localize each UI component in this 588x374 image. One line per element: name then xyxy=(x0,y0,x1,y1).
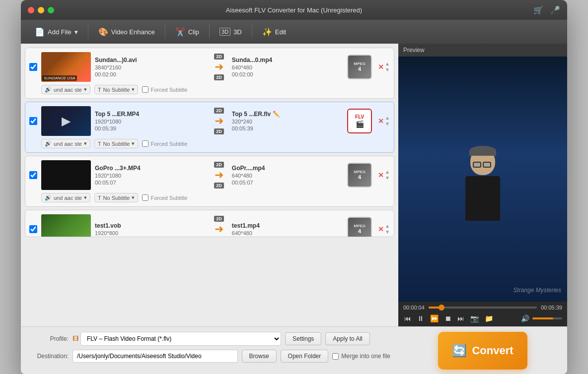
subtitle-select-2[interactable]: T No Subtitle ▾ xyxy=(94,139,139,148)
volume-fill xyxy=(532,317,553,319)
volume-track[interactable] xyxy=(532,317,562,319)
remove-btn-4[interactable]: ✕ xyxy=(378,225,384,233)
merge-checkbox[interactable] xyxy=(332,353,339,360)
format-badge-2[interactable]: FLV 🎬 xyxy=(347,109,372,133)
file-meta-dur-1: 00:02:00 xyxy=(95,71,206,77)
fast-forward-button[interactable]: ⏩ xyxy=(429,313,440,323)
file-details-1: Sundan...)0.avi 3840*2160 00:02:00 xyxy=(95,57,206,77)
file-item-bottom-1: 🔊 und aac ste ▾ T No Subtitle ▾ Forced S… xyxy=(29,85,390,94)
file-item-selected: Top 5 ...ER.MP4 1920*1080 00:05:39 2D ➜ … xyxy=(25,102,394,153)
format-badge-4[interactable]: MPEG 4 xyxy=(347,217,372,237)
preview-panel: Preview xyxy=(398,44,567,326)
profile-label: Profile: xyxy=(29,335,69,342)
audio-select-3[interactable]: 🔊 und aac ste ▾ xyxy=(41,193,90,202)
traffic-lights xyxy=(28,7,54,13)
remove-btn-1[interactable]: ✕ xyxy=(378,63,384,71)
file-name-1: Sundan...)0.avi xyxy=(95,57,206,63)
cart-icon[interactable]: 🛒 xyxy=(533,5,543,15)
audio-select-1[interactable]: 🔊 und aac ste ▾ xyxy=(41,85,90,94)
minimize-button[interactable] xyxy=(38,7,44,13)
down-btn-1[interactable]: ▼ xyxy=(385,67,390,72)
remove-btn-2[interactable]: ✕ xyxy=(378,117,384,125)
up-btn-3[interactable]: ▲ xyxy=(385,170,390,175)
file-thumbnail-2 xyxy=(41,106,91,136)
format-badge-3[interactable]: MPEG 4 xyxy=(347,163,372,187)
folder-button[interactable]: 📁 xyxy=(484,313,494,323)
output-details-2: Top 5 ...ER.flv ✏️ 320*240 00:05:39 xyxy=(232,111,343,131)
main-content: SUNDANCE USA Sundan...)0.avi 3840*2160 0… xyxy=(21,44,567,326)
convert-icon: 🔄 xyxy=(452,344,467,358)
maximize-button[interactable] xyxy=(48,7,54,13)
audio-select-2[interactable]: 🔊 und aac ste ▾ xyxy=(41,139,90,148)
browse-button[interactable]: Browse xyxy=(242,350,277,363)
file-item-4: test1.vob test1.vob 1920*800 2D ➜ 2D tes… xyxy=(25,210,394,237)
file-details-2: Top 5 ...ER.MP4 1920*1080 00:05:39 xyxy=(95,111,206,131)
clip-button[interactable]: ✂️ Clip xyxy=(169,24,205,40)
subtitle-select-1[interactable]: T No Subtitle ▾ xyxy=(94,85,139,94)
item-actions-4: ✕ ▲ ▼ xyxy=(376,224,390,235)
arrow-area-4: 2D ➜ 2D xyxy=(210,216,228,237)
audio-icon[interactable]: 🎤 xyxy=(550,5,560,15)
edit-button[interactable]: ✨ Edit xyxy=(256,24,292,40)
file-name-2: Top 5 ...ER.MP4 xyxy=(95,111,206,118)
forced-sub-checkbox-2[interactable] xyxy=(142,140,148,147)
destination-label: Destination: xyxy=(29,353,69,360)
close-button[interactable] xyxy=(28,7,34,13)
updown-4: ▲ ▼ xyxy=(385,224,390,235)
flv-icon: 🎞 xyxy=(73,335,78,342)
up-btn-1[interactable]: ▲ xyxy=(385,62,390,66)
skip-back-button[interactable]: ⏮ xyxy=(403,313,412,323)
forced-sub-checkbox-1[interactable] xyxy=(142,86,148,93)
down-btn-2[interactable]: ▼ xyxy=(385,122,390,126)
subtitle-dropdown-icon-2: ▾ xyxy=(132,140,135,147)
down-btn-4[interactable]: ▼ xyxy=(385,230,390,235)
output-res-1: 640*480 xyxy=(232,64,343,70)
down-btn-3[interactable]: ▼ xyxy=(385,176,390,181)
file-checkbox-4[interactable] xyxy=(29,225,37,233)
destination-input[interactable] xyxy=(73,350,238,363)
output-res-3: 640*480 xyxy=(232,173,343,179)
add-file-dropdown-icon: ▾ xyxy=(74,28,78,36)
settings-button[interactable]: Settings xyxy=(285,332,321,345)
preview-background: Strange Mysteries xyxy=(398,57,567,302)
add-file-button[interactable]: 📄 Add File ▾ xyxy=(29,24,84,40)
convert-label: Convert xyxy=(472,344,513,357)
up-btn-4[interactable]: ▲ xyxy=(385,224,390,229)
person-glasses xyxy=(473,162,493,168)
enhance-icon: 🎨 xyxy=(98,27,108,37)
profile-dropdown[interactable]: FLV – Flash Video Format (*.flv) xyxy=(80,332,281,346)
audio-icon-1: 🔊 xyxy=(45,86,52,93)
badge-2d-out-4: 2D xyxy=(214,237,224,237)
control-buttons: ⏮ ⏸ ⏩ ⏹ ⏭ 📷 📁 🔊 xyxy=(403,313,562,323)
profile-row: Profile: 🎞 FLV – Flash Video Format (*.f… xyxy=(29,332,390,346)
subtitle-select-3[interactable]: T No Subtitle ▾ xyxy=(94,193,139,202)
output-name-4: test1.mp4 xyxy=(232,222,343,229)
progress-thumb xyxy=(439,305,444,311)
convert-button[interactable]: 🔄 Convert xyxy=(438,332,527,370)
file-checkbox-1[interactable] xyxy=(29,63,37,71)
profile-select: 🎞 FLV – Flash Video Format (*.flv) xyxy=(73,332,281,346)
open-folder-button[interactable]: Open Folder xyxy=(281,350,329,363)
file-details-4: test1.vob 1920*800 xyxy=(95,222,206,236)
format-badge-1[interactable]: MPEG 4 xyxy=(347,55,372,79)
subtitle-icon-1: T xyxy=(98,87,101,93)
stop-button[interactable]: ⏹ xyxy=(443,313,452,323)
skip-forward-button[interactable]: ⏭ xyxy=(456,313,465,323)
up-btn-2[interactable]: ▲ xyxy=(385,116,390,121)
file-checkbox-3[interactable] xyxy=(29,171,37,179)
file-checkbox-2[interactable] xyxy=(29,117,37,125)
play-pause-button[interactable]: ⏸ xyxy=(416,313,425,323)
forced-sub-checkbox-3[interactable] xyxy=(142,194,148,201)
preview-controls: 00:00:04 00:05:39 ⏮ ⏸ ⏩ ⏹ ⏭ 📷 📁 xyxy=(398,302,567,326)
apply-to-all-button[interactable]: Apply to All xyxy=(325,332,369,345)
volume-icon: 🔊 xyxy=(520,313,530,323)
3d-button[interactable]: 3D 3D xyxy=(214,25,248,39)
remove-btn-3[interactable]: ✕ xyxy=(378,171,384,179)
progress-track[interactable] xyxy=(429,307,537,309)
video-enhance-button[interactable]: 🎨 Video Enhance xyxy=(92,24,161,40)
file-item-3: GoPro ...3+.MP4 1920*1080 00:05:07 2D ➜ … xyxy=(25,156,394,207)
file-item: SUNDANCE USA Sundan...)0.avi 3840*2160 0… xyxy=(25,48,394,99)
toolbar-divider-2 xyxy=(165,25,165,39)
screenshot-button[interactable]: 📷 xyxy=(469,313,480,323)
output-name-2: Top 5 ...ER.flv ✏️ xyxy=(232,111,343,118)
